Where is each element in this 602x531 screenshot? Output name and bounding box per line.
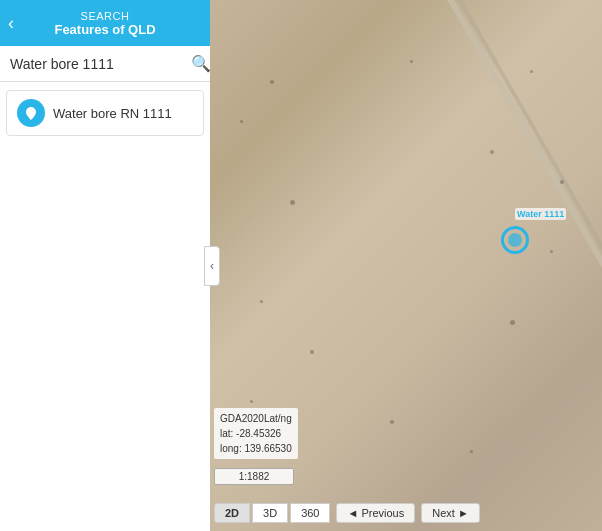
terrain-dot — [240, 120, 243, 123]
terrain-dot — [510, 320, 515, 325]
header-title: Features of QLD — [10, 22, 200, 37]
marker-label: Water 1111 — [515, 208, 566, 220]
sidebar-header: ‹ SEARCH Features of QLD — [0, 0, 210, 46]
back-button[interactable]: ‹ — [8, 14, 14, 32]
result-item-label: Water bore RN 1111 — [53, 106, 172, 121]
coords-line3: long: 139.66530 — [220, 441, 292, 456]
view-controls-bar: 2D 3D 360 ◄ Previous Next ► — [214, 503, 480, 523]
view-2d-button[interactable]: 2D — [214, 503, 250, 523]
terrain-dot — [260, 300, 263, 303]
coords-line2: lat: -28.45326 — [220, 426, 292, 441]
next-button[interactable]: Next ► — [421, 503, 480, 523]
previous-button[interactable]: ◄ Previous — [336, 503, 415, 523]
view-3d-button[interactable]: 3D — [252, 503, 288, 523]
coords-line1: GDA2020Lat/ng — [220, 411, 292, 426]
terrain-dot — [390, 420, 394, 424]
header-search-label: SEARCH — [10, 10, 200, 22]
terrain-dot — [530, 70, 533, 73]
terrain-dot — [490, 150, 494, 154]
terrain-dot — [270, 80, 274, 84]
terrain-dot — [560, 180, 564, 184]
search-icon[interactable]: 🔍 — [191, 54, 211, 73]
map-marker[interactable]: Water 1111 — [501, 226, 529, 254]
coordinates-box: GDA2020Lat/ng lat: -28.45326 long: 139.6… — [214, 408, 298, 459]
terrain-dot — [550, 250, 553, 253]
sidebar: ‹ SEARCH Features of QLD 🔍 Water bore RN… — [0, 0, 210, 531]
terrain-dot — [290, 200, 295, 205]
marker-circle — [501, 226, 529, 254]
map-canvas: Water 1111 GDA2020Lat/ng lat: -28.45326 … — [210, 0, 602, 531]
terrain-dot — [250, 400, 253, 403]
terrain-dot — [410, 60, 413, 63]
map-area[interactable]: Water 1111 GDA2020Lat/ng lat: -28.45326 … — [210, 0, 602, 531]
search-input[interactable] — [10, 56, 185, 72]
scale-bar: 1:1882 — [214, 468, 294, 485]
terrain-dot — [310, 350, 314, 354]
result-list: Water bore RN 1111 — [0, 82, 210, 144]
collapse-handle[interactable]: ‹ — [204, 246, 220, 286]
search-bar: 🔍 — [0, 46, 210, 82]
view-360-button[interactable]: 360 — [290, 503, 330, 523]
location-icon — [17, 99, 45, 127]
list-item[interactable]: Water bore RN 1111 — [6, 90, 204, 136]
marker-center — [508, 233, 522, 247]
terrain-dot — [470, 450, 473, 453]
